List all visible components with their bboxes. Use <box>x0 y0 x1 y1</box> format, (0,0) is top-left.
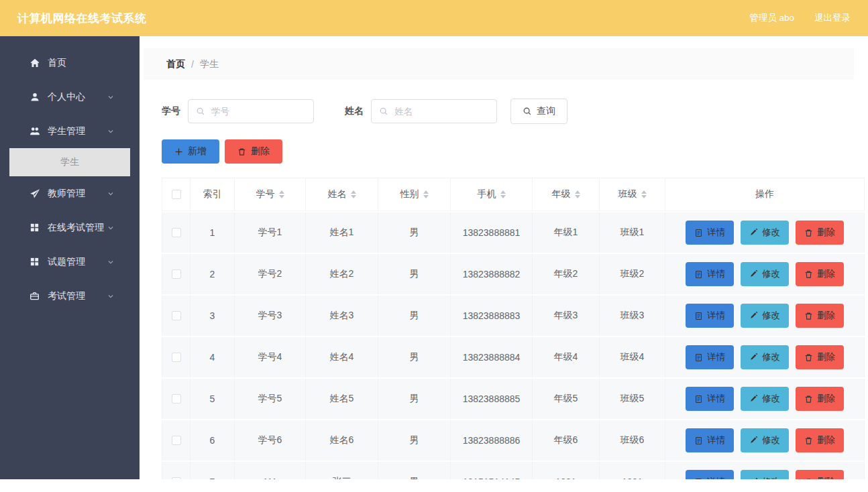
table-header-class[interactable]: 班级 <box>600 178 665 210</box>
sidebar-item-home[interactable]: 首页 <box>0 46 140 80</box>
cell-phone: 13823888882 <box>451 254 533 294</box>
row-checkbox[interactable] <box>172 353 181 362</box>
row-checkbox[interactable] <box>172 311 181 320</box>
table-header-grade[interactable]: 年级 <box>533 178 600 210</box>
detail-button[interactable]: 详情 <box>686 470 734 479</box>
row-delete-button[interactable]: 删除 <box>796 387 844 411</box>
detail-button[interactable]: 详情 <box>686 221 734 245</box>
row-actions: 详情 修改 删除 <box>686 428 844 452</box>
row-delete-button[interactable]: 删除 <box>796 470 844 479</box>
student-no-field-wrap <box>188 99 314 123</box>
sidebar-item-exam-mgmt[interactable]: 考试管理 <box>0 279 140 313</box>
edit-button[interactable]: 修改 <box>741 387 789 411</box>
table-header-gender[interactable]: 性别 <box>378 178 451 210</box>
home-icon <box>30 58 40 68</box>
select-all-checkbox[interactable] <box>172 190 181 199</box>
cell-select <box>162 212 191 253</box>
cell-student-no: 学号6 <box>235 420 306 460</box>
cell-actions: 详情 修改 删除 <box>665 337 864 377</box>
row-delete-button[interactable]: 删除 <box>796 262 844 286</box>
add-button[interactable]: 新增 <box>162 139 219 164</box>
cell-actions: 详情 修改 删除 <box>665 420 864 460</box>
sidebar-item-profile[interactable]: 个人中心 <box>0 80 140 114</box>
cell-name: 姓名3 <box>306 296 378 336</box>
row-checkbox[interactable] <box>172 477 181 479</box>
cell-phone: 13823888886 <box>451 420 533 460</box>
detail-button[interactable]: 详情 <box>686 428 734 452</box>
sort-icon[interactable] <box>641 190 647 198</box>
delete-button-label: 删除 <box>251 145 270 158</box>
row-checkbox[interactable] <box>172 228 181 237</box>
plus-icon <box>174 147 183 156</box>
sidebar-item-teacher-mgmt[interactable]: 教师管理 <box>0 176 140 210</box>
search-icon <box>523 107 532 116</box>
edit-button[interactable]: 修改 <box>741 345 789 369</box>
row-actions: 详情 修改 删除 <box>686 262 844 286</box>
cell-name: 姓名1 <box>306 212 378 253</box>
cell-select <box>162 337 191 377</box>
cell-select <box>162 420 191 460</box>
edit-button[interactable]: 修改 <box>741 221 789 245</box>
detail-button[interactable]: 详情 <box>686 304 734 328</box>
edit-button[interactable]: 修改 <box>741 262 789 286</box>
document-icon <box>694 229 703 237</box>
detail-button[interactable]: 详情 <box>686 387 734 411</box>
detail-button[interactable]: 详情 <box>686 345 734 369</box>
row-checkbox[interactable] <box>172 394 181 404</box>
row-delete-button[interactable]: 删除 <box>796 345 844 369</box>
logout-link[interactable]: 退出登录 <box>814 12 851 24</box>
chevron-down-icon <box>106 127 115 136</box>
edit-button[interactable]: 修改 <box>741 428 789 452</box>
sort-icon[interactable] <box>351 190 356 198</box>
chevron-down-icon <box>106 257 115 267</box>
sidebar-item-question-mgmt[interactable]: 试题管理 <box>0 245 140 279</box>
sort-icon[interactable] <box>423 190 429 198</box>
row-checkbox[interactable] <box>172 436 181 445</box>
toolbar: 新增 删除 <box>162 139 868 164</box>
table-header-row: 索引 学号 姓名 性别 手机 <box>162 178 865 211</box>
chevron-down-icon <box>106 223 115 233</box>
table-header-name[interactable]: 姓名 <box>306 178 378 210</box>
table-header-student-no[interactable]: 学号 <box>235 178 306 210</box>
detail-button[interactable]: 详情 <box>686 262 734 286</box>
cell-grade: 1001 <box>533 462 600 479</box>
pencil-icon <box>749 395 758 404</box>
delete-button[interactable]: 删除 <box>225 139 282 164</box>
row-checkbox[interactable] <box>172 269 181 279</box>
breadcrumb-home-link[interactable]: 首页 <box>166 58 185 70</box>
sort-icon[interactable] <box>279 190 284 198</box>
column-label: 学号 <box>256 188 275 200</box>
row-delete-button[interactable]: 删除 <box>796 304 844 328</box>
row-delete-button-label: 删除 <box>817 268 835 280</box>
edit-button[interactable]: 修改 <box>741 470 789 479</box>
sidebar-item-label: 考试管理 <box>48 290 85 302</box>
sort-icon[interactable] <box>500 190 506 198</box>
search-icon <box>379 107 388 116</box>
edit-button[interactable]: 修改 <box>741 304 789 328</box>
pencil-icon <box>749 229 758 237</box>
sidebar-item-online-exam-mgmt[interactable]: 在线考试管理 <box>0 210 140 245</box>
sidebar-item-student-mgmt[interactable]: 学生管理 <box>0 114 140 148</box>
detail-button-label: 详情 <box>707 268 725 280</box>
query-button[interactable]: 查询 <box>510 99 567 124</box>
current-user-label[interactable]: 管理员 abo <box>749 12 794 24</box>
sort-icon[interactable] <box>575 190 580 198</box>
table-row: 1 学号1 姓名1 男 13823888881 年级1 班级1 详情 修改 删除 <box>162 212 865 253</box>
cell-grade: 年级6 <box>533 420 600 460</box>
name-input[interactable] <box>393 106 489 117</box>
row-delete-button-label: 删除 <box>817 393 835 405</box>
cell-select <box>162 379 191 419</box>
cell-class: 班级6 <box>600 420 665 460</box>
sidebar-subitem-student[interactable]: 学生 <box>9 148 130 176</box>
cell-class: 班级4 <box>600 337 665 377</box>
cell-index: 7 <box>191 462 235 479</box>
document-icon <box>694 353 703 362</box>
trash-icon <box>804 478 813 480</box>
row-delete-button[interactable]: 删除 <box>796 428 844 452</box>
table-header-phone[interactable]: 手机 <box>451 178 533 210</box>
cell-grade: 年级3 <box>533 296 600 336</box>
table-header-select <box>162 178 191 210</box>
cell-class: 班级2 <box>600 254 665 294</box>
row-delete-button[interactable]: 删除 <box>796 221 844 245</box>
student-no-input[interactable] <box>210 106 306 117</box>
